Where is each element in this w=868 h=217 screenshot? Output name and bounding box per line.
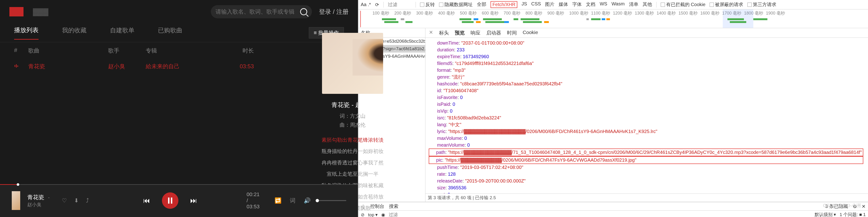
blocked-requests-checkbox[interactable]: 被屏蔽的请求	[710, 1, 743, 8]
share-icon[interactable]: ⤴	[86, 197, 89, 204]
console-filter-bar: ⊘ top ▾ ◉ 默认级别 ▾ 1 个问题: ■ 1	[359, 211, 868, 217]
json-row[interactable]: pic: "https://▓▓▓▓▓▓▓▓▓▓▓▓/0206/M00/6B/F…	[429, 156, 863, 164]
json-row[interactable]: releaseDate: "2015-09-20T00:00:00.000Z"	[430, 178, 863, 184]
json-row[interactable]: pushTime: "2019-03-05T17:02:42+08:00"	[430, 164, 863, 171]
playing-icon	[14, 63, 28, 70]
json-row[interactable]: isVip: 0	[430, 108, 863, 114]
play-pause-button[interactable]	[162, 192, 178, 209]
response-body[interactable]: downTime: "2037-01-01T00:00:00+08:00"dur…	[426, 38, 868, 193]
network-timeline[interactable]: 100 毫秒200 毫秒300 毫秒400 毫秒500 毫秒600 毫秒700 …	[359, 9, 868, 28]
filter-tab-css[interactable]: CSS	[531, 1, 541, 8]
json-row[interactable]: isPaid: 0	[430, 101, 863, 108]
filter-tab-wasm[interactable]: Wasm	[612, 1, 625, 8]
tab-custom[interactable]: 自建歌单	[110, 26, 134, 39]
json-row[interactable]: downTime: "2037-01-01T00:00:00+08:00"	[430, 40, 863, 46]
json-row[interactable]: expireTime: 1673492960	[430, 53, 863, 60]
json-row[interactable]: size: 3965536	[430, 184, 863, 191]
timeline-tick: 400 毫秒	[438, 10, 460, 16]
volume-slider[interactable]	[318, 200, 346, 201]
progress-bar[interactable]	[0, 184, 358, 185]
json-row[interactable]: filemd5: "c179d49fff81f49412d5534221dfaf…	[430, 60, 863, 67]
json-row[interactable]: genre: "流行"	[430, 74, 863, 80]
filter-tab-fetch/xhr[interactable]: Fetch/XHR	[491, 1, 517, 8]
auth-link[interactable]: 登录 / 注册	[319, 8, 348, 16]
lyric-line[interactable]: 素胚勾勒出青花笔锋浓转淡	[294, 135, 411, 146]
json-row[interactable]: isFavorite: 0	[430, 94, 863, 101]
np-composer: 曲：周杰伦	[294, 121, 411, 129]
tab-purchased[interactable]: 已购歌曲	[158, 26, 182, 39]
hide-data-urls-checkbox[interactable]: 隐藏数据网址	[439, 1, 473, 8]
filter-input[interactable]	[388, 2, 411, 7]
album-art[interactable]	[322, 33, 383, 94]
current-time: 00:21	[247, 191, 259, 197]
filter-tab-媒体[interactable]: 媒体	[559, 1, 568, 8]
filter-tab-清单[interactable]: 清单	[629, 1, 639, 8]
reload-icon[interactable]: ⟳	[375, 2, 379, 7]
favorite-icon[interactable]: ♡	[62, 197, 67, 204]
response-tab[interactable]: 响应	[470, 30, 480, 36]
json-row[interactable]: lyric: "https://▓▓▓▓▓▓▓▓▓▓▓▓▓▓▓▓▓▓/0206/…	[430, 128, 863, 135]
tab-favorites[interactable]: 我的收藏	[62, 26, 87, 39]
response-tab[interactable]: 启动器	[486, 30, 501, 36]
blocked-cookies-checkbox[interactable]: 有已拦截的 Cookie	[661, 1, 706, 8]
console-drawer: ⋮ 控制台 搜索 3 条已隐藏 ⚙ ✕ ⊘ top ▾ ◉ 默认级别 ▾ 1 个…	[359, 202, 868, 217]
filter-tab-文档[interactable]: 文档	[586, 1, 595, 8]
close-drawer-icon[interactable]: ✕	[862, 204, 866, 209]
filter-tab-图片[interactable]: 图片	[545, 1, 554, 8]
svg-rect-1	[16, 64, 17, 68]
invert-checkbox[interactable]: 反转	[420, 1, 435, 8]
filter-tab-ws[interactable]: WS	[599, 1, 607, 8]
col-song: 歌曲	[28, 47, 108, 55]
extra-controls: 🔁 词 🔊	[274, 197, 346, 204]
response-tab[interactable]: Cookie	[523, 30, 538, 36]
json-row[interactable]: id: "T10046047408"	[430, 87, 863, 94]
level-select[interactable]: 默认级别 ▾	[815, 212, 836, 217]
json-row[interactable]: format: "mp3"	[430, 67, 863, 74]
next-button[interactable]: ⏭	[190, 196, 197, 205]
status-line: 第 3 项请求，共 60 项 | 已传输 2.5	[426, 193, 868, 202]
search-input[interactable]	[216, 8, 300, 15]
np-lyricist: 词：方文山	[294, 113, 411, 120]
json-row[interactable]: isrc: "81fc508bad9d2eba3224"	[430, 114, 863, 121]
json-row[interactable]: meanVolume: 0	[430, 142, 863, 148]
issues-count[interactable]: 1 个问题: ■ 1	[840, 212, 866, 217]
response-tab[interactable]: 预览	[455, 30, 465, 36]
timeline-tick: 900 毫秒	[548, 10, 569, 16]
filter-tab-全部[interactable]: 全部	[477, 1, 486, 8]
search-box[interactable]	[211, 5, 312, 18]
json-row[interactable]: sort: 0	[430, 191, 863, 193]
prev-button[interactable]: ⏮	[143, 196, 150, 205]
lyrics-toggle-icon[interactable]: 词	[289, 197, 297, 204]
track-artist: 赵小臭	[108, 63, 146, 70]
response-tab[interactable]: 时间	[507, 30, 517, 36]
filter-tab-js[interactable]: JS	[522, 1, 527, 8]
lyric-line[interactable]: 冉冉檀香透过窗心事我了然	[294, 157, 411, 169]
loop-icon[interactable]: 🔁	[274, 197, 282, 204]
json-row[interactable]: rate: 128	[430, 171, 863, 178]
timeline-tick: 700 毫秒	[504, 10, 526, 16]
player-title: 青花瓷	[27, 194, 44, 200]
response-tab[interactable]: 标头	[439, 30, 449, 36]
timeline-tick: 200 毫秒	[394, 10, 416, 16]
lyric-line[interactable]: 瓶身描绘的牡丹一如妳初妆	[294, 146, 411, 157]
search-icon[interactable]	[300, 8, 307, 15]
col-artist: 歌手	[108, 47, 146, 55]
json-row[interactable]: duration: 233	[430, 46, 863, 53]
json-row[interactable]: lang: "中文"	[430, 121, 863, 128]
json-row[interactable]: path: "https://▓▓▓▓▓▓▓▓▓▓▓▓▓▓/71_53_T100…	[429, 148, 863, 156]
close-icon[interactable]: ✕	[429, 30, 433, 36]
download-icon[interactable]: ⬇	[74, 197, 79, 204]
filter-tab-其他[interactable]: 其他	[643, 1, 652, 8]
filter-tab-字体[interactable]: 字体	[572, 1, 582, 8]
third-party-checkbox[interactable]: 第三方请求	[747, 1, 776, 8]
json-row[interactable]: hashcode: "c8bcae39f7739eb5f94a7aaae75ed…	[430, 80, 863, 87]
mini-album-art[interactable]	[12, 191, 20, 210]
total-time: 03:53	[247, 204, 259, 210]
lyric-line[interactable]: 宣纸上走笔至此搁一半	[294, 169, 411, 180]
tab-playlist[interactable]: 播放列表	[14, 26, 38, 40]
volume-icon[interactable]: 🔊	[304, 197, 311, 204]
timeline-tick: 1400 毫秒	[657, 10, 679, 16]
json-row[interactable]: maxVolume: 0	[430, 135, 863, 142]
pause-icon	[168, 197, 172, 204]
timeline-tick: 1200 毫秒	[613, 10, 635, 16]
